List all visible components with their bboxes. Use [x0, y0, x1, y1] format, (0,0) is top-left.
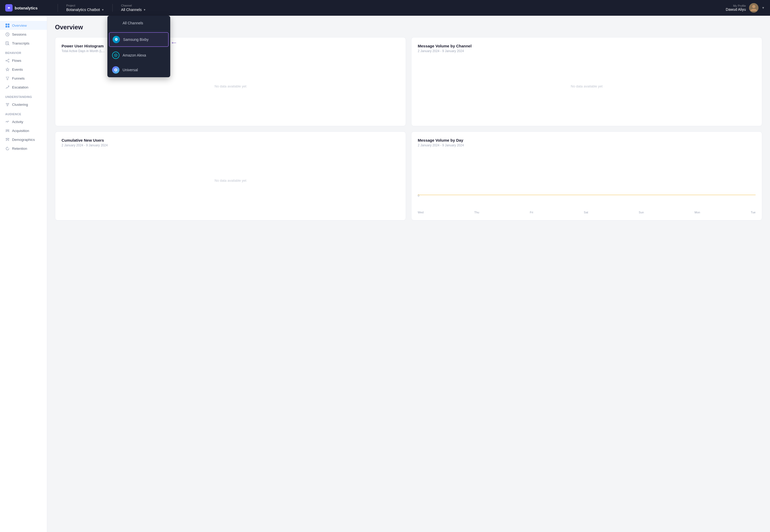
universal-icon	[112, 66, 119, 74]
events-icon	[5, 67, 9, 71]
profile-chevron[interactable]: ▼	[762, 6, 765, 10]
brand-icon	[5, 4, 13, 12]
card-message-volume-day: Message Volume by Day 2 January 2024 - 9…	[411, 131, 762, 220]
dropdown-item-amazon-alexa[interactable]: Amazon Alexa	[107, 48, 170, 63]
selection-arrow-indicator: ←	[170, 38, 177, 47]
dropdown-item-universal[interactable]: Universal	[107, 63, 170, 77]
card-title-4: Message Volume by Day	[418, 138, 756, 142]
svg-point-31	[115, 55, 116, 56]
sidebar-item-flows[interactable]: Flows	[0, 56, 47, 65]
sidebar-item-funnels[interactable]: Funnels	[0, 74, 47, 83]
sidebar-item-sessions[interactable]: Sessions	[0, 30, 47, 39]
chart-area: 0 Wed Thu Fri Sat Sun Mon Tue	[418, 151, 756, 214]
chart-x-labels: Wed Thu Fri Sat Sun Mon Tue	[418, 211, 756, 214]
svg-rect-5	[8, 24, 9, 25]
brand-logo: botanalytics	[5, 4, 52, 12]
overview-icon	[5, 23, 9, 27]
sidebar-item-transcripts[interactable]: Transcripts	[0, 39, 47, 48]
svg-point-25	[6, 130, 7, 131]
sidebar-item-escalation[interactable]: Escalation	[0, 83, 47, 92]
card-subtitle-4: 2 January 2024 - 9 January 2024	[418, 143, 756, 147]
svg-marker-17	[6, 68, 9, 71]
sidebar-item-events[interactable]: Events	[0, 65, 47, 74]
x-label-sat: Sat	[584, 211, 588, 214]
audience-section-label: AUDIENCE	[0, 109, 47, 117]
retention-icon	[5, 146, 9, 151]
card-title-2: Message Volume by Channel	[418, 44, 756, 48]
behavior-section-label: BEHAVIOR	[0, 48, 47, 56]
card-empty-3: No data available yet	[62, 147, 400, 214]
svg-point-27	[7, 138, 8, 139]
x-label-tue: Tue	[751, 211, 756, 214]
funnels-icon	[5, 76, 9, 80]
all-channels-icon	[112, 19, 119, 27]
svg-point-14	[8, 61, 9, 62]
transcripts-icon	[5, 41, 9, 45]
clustering-icon	[5, 102, 9, 107]
samsung-bixby-icon	[113, 36, 120, 43]
acquisition-icon	[5, 129, 9, 133]
x-label-thu: Thu	[474, 211, 479, 214]
svg-line-23	[8, 104, 8, 105]
svg-line-16	[7, 61, 8, 62]
svg-point-26	[8, 130, 9, 131]
card-subtitle-2: 2 January 2024 - 9 January 2024	[418, 49, 756, 53]
card-cumulative-new-users: Cumulative New Users 2 January 2024 - 9 …	[55, 131, 406, 220]
amazon-alexa-icon	[112, 52, 119, 59]
nav-right: My Profile Dawud Aliyu ▼	[726, 3, 765, 13]
main-content: Overview Power User Histogram Total Acti…	[47, 16, 770, 532]
sidebar-item-acquisition[interactable]: Acquisition	[0, 126, 47, 135]
chart-zero-line	[418, 195, 756, 195]
card-empty-2: No data available yet	[418, 53, 756, 120]
svg-point-28	[6, 138, 7, 139]
sidebar-item-clustering[interactable]: Clustering	[0, 100, 47, 109]
dropdown-item-all-channels[interactable]: All Channels	[107, 16, 170, 30]
project-selector[interactable]: Project Botanalytics Chatbot ▼	[63, 4, 107, 12]
x-label-mon: Mon	[695, 211, 700, 214]
svg-point-13	[8, 59, 9, 60]
x-label-sun: Sun	[639, 211, 644, 214]
x-label-fri: Fri	[530, 211, 533, 214]
profile-section: My Profile Dawud Aliyu	[726, 4, 746, 12]
flows-icon	[5, 58, 9, 63]
activity-icon	[5, 120, 9, 124]
svg-rect-4	[5, 24, 7, 25]
svg-point-29	[8, 138, 9, 139]
card-title-3: Cumulative New Users	[62, 138, 400, 142]
sidebar-item-retention[interactable]: Retention	[0, 144, 47, 153]
dropdown-item-samsung-bixby[interactable]: Samsung Bixby	[109, 32, 169, 47]
nav-divider	[58, 4, 58, 12]
app-layout: Overview Sessions Transcripts	[0, 16, 770, 532]
sessions-icon	[5, 32, 9, 36]
top-navigation: botanalytics Project Botanalytics Chatbo…	[0, 0, 770, 16]
card-subtitle-3: 2 January 2024 - 9 January 2024	[62, 143, 400, 147]
channel-dropdown-menu: All Channels Samsung Bixby Amazon Alexa	[107, 16, 170, 77]
svg-point-12	[6, 60, 7, 61]
understanding-section-label: UNDERSTANDING	[0, 92, 47, 100]
demographics-icon	[5, 137, 9, 142]
sidebar-item-activity[interactable]: Activity	[0, 117, 47, 126]
svg-rect-6	[5, 26, 7, 27]
sidebar-item-overview[interactable]: Overview	[0, 21, 47, 30]
x-label-wed: Wed	[418, 211, 424, 214]
svg-rect-7	[8, 26, 9, 27]
sidebar: Overview Sessions Transcripts	[0, 16, 47, 532]
svg-line-15	[7, 60, 8, 60]
svg-point-24	[7, 129, 8, 131]
nav-divider-2	[112, 4, 113, 12]
sidebar-item-demographics[interactable]: Demographics	[0, 135, 47, 144]
channel-selector[interactable]: Channel All Channels ▼	[118, 4, 149, 12]
svg-point-3	[752, 5, 755, 8]
card-message-volume-channel: Message Volume by Channel 2 January 2024…	[411, 37, 762, 126]
svg-point-1	[8, 7, 10, 9]
avatar[interactable]	[749, 3, 758, 13]
escalation-icon	[5, 85, 9, 89]
chart-zero-label: 0	[418, 194, 419, 197]
